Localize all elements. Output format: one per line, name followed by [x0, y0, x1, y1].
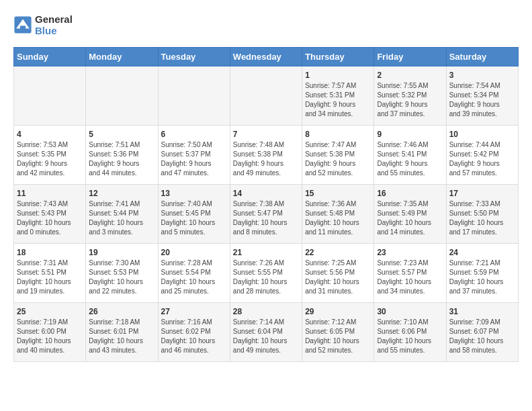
- day-number: 16: [377, 189, 443, 198]
- header-sunday: Sunday: [14, 48, 86, 66]
- day-info: Sunrise: 7:28 AM Sunset: 5:54 PM Dayligh…: [161, 259, 227, 296]
- day-info: Sunrise: 7:09 AM Sunset: 6:07 PM Dayligh…: [449, 318, 515, 355]
- calendar-cell: 27Sunrise: 7:16 AM Sunset: 6:02 PM Dayli…: [158, 303, 230, 362]
- day-number: 18: [17, 248, 83, 257]
- day-number: 13: [161, 189, 227, 198]
- day-number: 11: [17, 189, 83, 198]
- header-monday: Monday: [86, 48, 158, 66]
- day-info: Sunrise: 7:41 AM Sunset: 5:44 PM Dayligh…: [89, 199, 154, 237]
- day-info: Sunrise: 7:46 AM Sunset: 5:41 PM Dayligh…: [377, 140, 443, 178]
- logo: General Blue: [13, 13, 73, 36]
- day-number: 12: [89, 189, 154, 198]
- day-info: Sunrise: 7:33 AM Sunset: 5:50 PM Dayligh…: [449, 199, 515, 237]
- calendar-header-row: SundayMondayTuesdayWednesdayThursdayFrid…: [14, 48, 519, 66]
- day-number: 14: [233, 189, 299, 198]
- calendar-cell: 9Sunrise: 7:46 AM Sunset: 5:41 PM Daylig…: [374, 126, 446, 185]
- header-friday: Friday: [374, 48, 446, 66]
- day-info: Sunrise: 7:21 AM Sunset: 5:59 PM Dayligh…: [449, 259, 515, 296]
- day-info: Sunrise: 7:50 AM Sunset: 5:37 PM Dayligh…: [161, 140, 227, 178]
- calendar-cell: 29Sunrise: 7:12 AM Sunset: 6:05 PM Dayli…: [302, 303, 374, 362]
- calendar-cell: 25Sunrise: 7:19 AM Sunset: 6:00 PM Dayli…: [14, 303, 86, 362]
- day-info: Sunrise: 7:12 AM Sunset: 6:05 PM Dayligh…: [305, 318, 371, 355]
- day-info: Sunrise: 7:25 AM Sunset: 5:56 PM Dayligh…: [305, 259, 371, 296]
- day-info: Sunrise: 7:54 AM Sunset: 5:34 PM Dayligh…: [449, 81, 515, 119]
- calendar-cell: 26Sunrise: 7:18 AM Sunset: 6:01 PM Dayli…: [86, 303, 158, 362]
- day-number: 29: [305, 307, 371, 316]
- calendar-cell: 2Sunrise: 7:55 AM Sunset: 5:32 PM Daylig…: [374, 66, 446, 126]
- day-number: 5: [89, 130, 154, 139]
- day-number: 30: [377, 307, 443, 316]
- calendar-cell: 21Sunrise: 7:26 AM Sunset: 5:55 PM Dayli…: [230, 244, 302, 303]
- calendar-table: SundayMondayTuesdayWednesdayThursdayFrid…: [13, 47, 519, 362]
- header-tuesday: Tuesday: [158, 48, 230, 66]
- day-number: 15: [305, 189, 371, 198]
- calendar-cell: 10Sunrise: 7:44 AM Sunset: 5:42 PM Dayli…: [446, 126, 518, 185]
- week-row-3: 11Sunrise: 7:43 AM Sunset: 5:43 PM Dayli…: [14, 185, 519, 244]
- day-info: Sunrise: 7:43 AM Sunset: 5:43 PM Dayligh…: [17, 199, 83, 237]
- day-number: 23: [377, 248, 443, 257]
- day-info: Sunrise: 7:35 AM Sunset: 5:49 PM Dayligh…: [377, 199, 443, 237]
- day-number: 10: [449, 130, 515, 139]
- day-info: Sunrise: 7:14 AM Sunset: 6:04 PM Dayligh…: [233, 318, 299, 355]
- day-number: 24: [449, 248, 515, 257]
- day-info: Sunrise: 7:36 AM Sunset: 5:48 PM Dayligh…: [305, 199, 371, 237]
- day-number: 27: [161, 307, 227, 316]
- calendar-cell: 3Sunrise: 7:54 AM Sunset: 5:34 PM Daylig…: [446, 66, 518, 126]
- calendar-cell: 30Sunrise: 7:10 AM Sunset: 6:06 PM Dayli…: [374, 303, 446, 362]
- calendar-cell: 6Sunrise: 7:50 AM Sunset: 5:37 PM Daylig…: [158, 126, 230, 185]
- day-info: Sunrise: 7:57 AM Sunset: 5:31 PM Dayligh…: [305, 81, 371, 119]
- day-number: 31: [449, 307, 515, 316]
- day-info: Sunrise: 7:10 AM Sunset: 6:06 PM Dayligh…: [377, 318, 443, 355]
- calendar-cell: 16Sunrise: 7:35 AM Sunset: 5:49 PM Dayli…: [374, 185, 446, 244]
- day-info: Sunrise: 7:19 AM Sunset: 6:00 PM Dayligh…: [17, 318, 83, 355]
- calendar-cell: 28Sunrise: 7:14 AM Sunset: 6:04 PM Dayli…: [230, 303, 302, 362]
- calendar-cell: 7Sunrise: 7:48 AM Sunset: 5:38 PM Daylig…: [230, 126, 302, 185]
- logo-icon: [13, 15, 32, 34]
- day-number: 28: [233, 307, 299, 316]
- week-row-4: 18Sunrise: 7:31 AM Sunset: 5:51 PM Dayli…: [14, 244, 519, 303]
- week-row-1: 1Sunrise: 7:57 AM Sunset: 5:31 PM Daylig…: [14, 66, 519, 126]
- day-info: Sunrise: 7:38 AM Sunset: 5:47 PM Dayligh…: [233, 199, 299, 237]
- calendar-cell: [86, 66, 158, 126]
- day-info: Sunrise: 7:44 AM Sunset: 5:42 PM Dayligh…: [449, 140, 515, 178]
- day-number: 17: [449, 189, 515, 198]
- week-row-2: 4Sunrise: 7:53 AM Sunset: 5:35 PM Daylig…: [14, 126, 519, 185]
- header-saturday: Saturday: [446, 48, 518, 66]
- calendar-cell: [158, 66, 230, 126]
- calendar-cell: 17Sunrise: 7:33 AM Sunset: 5:50 PM Dayli…: [446, 185, 518, 244]
- calendar-cell: 20Sunrise: 7:28 AM Sunset: 5:54 PM Dayli…: [158, 244, 230, 303]
- day-info: Sunrise: 7:40 AM Sunset: 5:45 PM Dayligh…: [161, 199, 227, 237]
- calendar-cell: 18Sunrise: 7:31 AM Sunset: 5:51 PM Dayli…: [14, 244, 86, 303]
- calendar-cell: 23Sunrise: 7:23 AM Sunset: 5:57 PM Dayli…: [374, 244, 446, 303]
- day-number: 9: [377, 130, 443, 139]
- day-number: 8: [305, 130, 371, 139]
- day-info: Sunrise: 7:30 AM Sunset: 5:53 PM Dayligh…: [89, 259, 154, 296]
- calendar-cell: 31Sunrise: 7:09 AM Sunset: 6:07 PM Dayli…: [446, 303, 518, 362]
- day-number: 25: [17, 307, 83, 316]
- calendar-cell: 14Sunrise: 7:38 AM Sunset: 5:47 PM Dayli…: [230, 185, 302, 244]
- day-info: Sunrise: 7:55 AM Sunset: 5:32 PM Dayligh…: [377, 81, 443, 119]
- day-info: Sunrise: 7:51 AM Sunset: 5:36 PM Dayligh…: [89, 140, 154, 178]
- svg-rect-2: [20, 26, 26, 30]
- calendar-cell: 19Sunrise: 7:30 AM Sunset: 5:53 PM Dayli…: [86, 244, 158, 303]
- day-number: 20: [161, 248, 227, 257]
- day-number: 7: [233, 130, 299, 139]
- day-info: Sunrise: 7:16 AM Sunset: 6:02 PM Dayligh…: [161, 318, 227, 355]
- calendar-cell: 11Sunrise: 7:43 AM Sunset: 5:43 PM Dayli…: [14, 185, 86, 244]
- day-number: 6: [161, 130, 227, 139]
- calendar-cell: [230, 66, 302, 126]
- day-number: 4: [17, 130, 83, 139]
- day-number: 1: [305, 71, 371, 80]
- calendar-cell: 15Sunrise: 7:36 AM Sunset: 5:48 PM Dayli…: [302, 185, 374, 244]
- day-number: 19: [89, 248, 154, 257]
- week-row-5: 25Sunrise: 7:19 AM Sunset: 6:00 PM Dayli…: [14, 303, 519, 362]
- calendar-cell: 22Sunrise: 7:25 AM Sunset: 5:56 PM Dayli…: [302, 244, 374, 303]
- day-number: 21: [233, 248, 299, 257]
- day-number: 3: [449, 71, 515, 80]
- day-number: 22: [305, 248, 371, 257]
- day-info: Sunrise: 7:18 AM Sunset: 6:01 PM Dayligh…: [89, 318, 154, 355]
- page-header: General Blue: [13, 13, 519, 36]
- calendar-cell: [14, 66, 86, 126]
- header-wednesday: Wednesday: [230, 48, 302, 66]
- day-info: Sunrise: 7:53 AM Sunset: 5:35 PM Dayligh…: [17, 140, 83, 178]
